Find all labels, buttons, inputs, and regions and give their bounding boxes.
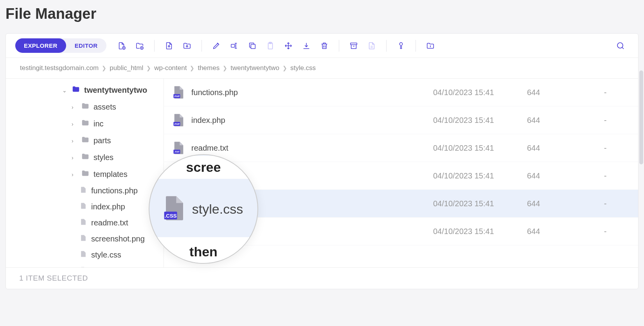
table-row[interactable]: .TXT readme.txt 04/10/2023 15:41 644 - bbox=[164, 134, 638, 162]
tree-folder[interactable]: › assets bbox=[6, 99, 164, 115]
tree-label: inc bbox=[94, 119, 104, 128]
chevron-right-icon[interactable]: › bbox=[72, 104, 77, 110]
move-icon[interactable] bbox=[280, 39, 297, 52]
chevron-right-icon: ❯ bbox=[146, 65, 151, 71]
tree-file[interactable]: theme.json bbox=[6, 263, 164, 267]
edit-icon[interactable] bbox=[208, 39, 225, 52]
toolbar: EXPLORER EDITOR bbox=[6, 34, 638, 58]
tree-label: twentytwentytwo bbox=[84, 86, 147, 95]
file-permissions: 644 bbox=[527, 171, 582, 180]
folder-icon bbox=[81, 102, 90, 112]
download-icon[interactable] bbox=[298, 39, 315, 52]
chevron-right-icon[interactable]: › bbox=[72, 121, 77, 127]
svg-rect-2 bbox=[231, 44, 234, 47]
upload-folder-icon[interactable] bbox=[179, 39, 195, 52]
folder-icon bbox=[81, 169, 90, 180]
view-tabs: EXPLORER EDITOR bbox=[15, 38, 106, 53]
tree-label: parts bbox=[94, 136, 111, 145]
tree-folder-expanded[interactable]: ⌄ twentytwentytwo bbox=[6, 82, 164, 99]
tree-label: readme.txt bbox=[91, 218, 128, 227]
tree-file[interactable]: style.css bbox=[6, 247, 164, 263]
rename-icon[interactable] bbox=[226, 39, 243, 52]
file-name: functions.php bbox=[191, 88, 433, 97]
tab-explorer[interactable]: EXPLORER bbox=[15, 38, 66, 53]
breadcrumb-item[interactable]: public_html bbox=[110, 64, 143, 72]
file-permissions: 644 bbox=[527, 88, 582, 97]
delete-icon[interactable] bbox=[316, 39, 333, 52]
tree-label: style.css bbox=[91, 250, 121, 259]
status-bar: 1 ITEM SELECTED bbox=[6, 267, 638, 289]
table-row[interactable]: screenshot.png 04/10/2023 15:41 644 - bbox=[164, 162, 638, 190]
file-extra: - bbox=[582, 199, 629, 208]
folder-icon bbox=[81, 152, 90, 163]
extract-icon[interactable] bbox=[363, 39, 380, 52]
breadcrumb-item[interactable]: wp-content bbox=[154, 64, 187, 72]
chevron-down-icon[interactable]: ⌄ bbox=[62, 87, 68, 94]
page-title: File Manager bbox=[5, 5, 639, 22]
svg-rect-6 bbox=[350, 43, 357, 45]
upload-file-icon[interactable] bbox=[161, 39, 177, 52]
file-date: 04/10/2023 15:41 bbox=[433, 144, 527, 153]
breadcrumb-item[interactable]: testingit.testsgdomain.com bbox=[20, 64, 99, 72]
file-date: 04/10/2023 15:41 bbox=[433, 116, 527, 125]
paste-icon[interactable] bbox=[262, 39, 279, 52]
svg-rect-3 bbox=[251, 44, 255, 49]
file-icon bbox=[79, 250, 87, 260]
scrollbar-vertical[interactable] bbox=[639, 70, 643, 164]
file-extra: - bbox=[582, 116, 629, 125]
file-icon bbox=[79, 218, 87, 228]
file-type-icon: .TXT bbox=[173, 141, 191, 155]
table-row[interactable]: .CSS style.css 04/10/2023 15:41 644 - bbox=[164, 190, 638, 218]
separator bbox=[339, 40, 339, 52]
tab-editor[interactable]: EDITOR bbox=[66, 38, 106, 53]
file-icon bbox=[79, 202, 87, 212]
svg-point-7 bbox=[399, 42, 402, 45]
file-type-icon bbox=[173, 225, 191, 238]
chevron-right-icon[interactable]: › bbox=[72, 138, 77, 144]
file-name: screenshot.png bbox=[191, 171, 433, 180]
file-icon bbox=[79, 186, 87, 196]
breadcrumb-item[interactable]: style.css bbox=[290, 64, 316, 72]
tree-file[interactable]: readme.txt bbox=[6, 215, 164, 231]
copy-icon[interactable] bbox=[244, 39, 261, 52]
table-row[interactable]: .PHP functions.php 04/10/2023 15:41 644 … bbox=[164, 79, 638, 106]
chevron-right-icon: ❯ bbox=[223, 65, 227, 71]
file-date: 04/10/2023 15:41 bbox=[433, 199, 527, 208]
info-folder-icon[interactable] bbox=[422, 39, 439, 52]
file-name: style.css bbox=[191, 199, 433, 208]
tree-file[interactable]: screenshot.png bbox=[6, 231, 164, 247]
file-permissions: 644 bbox=[527, 144, 582, 153]
separator bbox=[416, 40, 416, 52]
file-icon bbox=[79, 234, 87, 244]
tree-folder[interactable]: › inc bbox=[6, 115, 164, 132]
file-type-icon: .PHP bbox=[173, 113, 191, 127]
chevron-right-icon: ❯ bbox=[282, 65, 287, 71]
file-type-icon: .CSS bbox=[173, 197, 191, 210]
new-folder-icon[interactable] bbox=[131, 39, 148, 52]
archive-icon[interactable] bbox=[345, 39, 362, 52]
tree-file[interactable]: functions.php bbox=[6, 183, 164, 199]
permissions-icon[interactable] bbox=[393, 39, 409, 52]
chevron-right-icon[interactable]: › bbox=[72, 155, 77, 161]
tree-file[interactable]: index.php bbox=[6, 199, 164, 215]
new-file-icon[interactable] bbox=[113, 39, 130, 52]
svg-point-8 bbox=[617, 43, 623, 48]
file-list[interactable]: .PHP functions.php 04/10/2023 15:41 644 … bbox=[164, 79, 638, 267]
file-type-icon: .PHP bbox=[173, 86, 191, 99]
breadcrumb-item[interactable]: twentytwentytwo bbox=[230, 64, 279, 72]
tree-folder[interactable]: › styles bbox=[6, 149, 164, 166]
svg-text:.TXT: .TXT bbox=[174, 150, 180, 153]
table-row[interactable]: .PHP index.php 04/10/2023 15:41 644 - bbox=[164, 106, 638, 134]
tree-folder[interactable]: › parts bbox=[6, 132, 164, 149]
chevron-right-icon[interactable]: › bbox=[72, 171, 77, 178]
file-type-icon bbox=[173, 169, 191, 182]
svg-text:.CSS: .CSS bbox=[174, 206, 180, 209]
folder-tree[interactable]: ⌄ twentytwentytwo › assets › inc bbox=[6, 79, 164, 267]
file-date: 04/10/2023 15:41 bbox=[433, 88, 527, 97]
table-row[interactable]: theme.json 04/10/2023 15:41 644 - bbox=[164, 218, 638, 245]
file-permissions: 644 bbox=[527, 199, 582, 208]
file-date: 04/10/2023 15:41 bbox=[433, 171, 527, 180]
tree-folder[interactable]: › templates bbox=[6, 166, 164, 183]
search-icon[interactable] bbox=[612, 39, 629, 52]
breadcrumb-item[interactable]: themes bbox=[198, 64, 219, 72]
